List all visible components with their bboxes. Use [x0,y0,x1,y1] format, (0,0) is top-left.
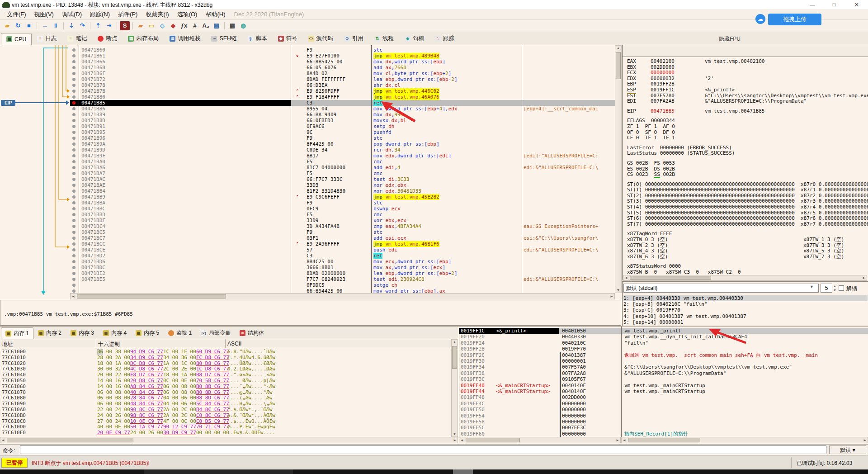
disasm-row[interactable]: 00471B8D66:0FBED3movsx dx,bl [70,118,615,123]
tab-引用[interactable]: ⊙引用 [339,33,369,45]
disasm-row[interactable]: 00471B868955 04mov dword ptr ss:[ebp+4],… [70,106,615,112]
breakpoint-dot[interactable] [72,60,75,63]
breakpoint-dot[interactable] [72,137,75,140]
label-icon[interactable]: ◇ [157,21,167,30]
breakpoint-dot[interactable] [72,78,75,81]
bottom-tab-4[interactable]: ▦内存 4 [99,327,131,339]
param-row[interactable]: 4: [esp+10] 00401387 vm test.vmp.0040138… [623,313,868,319]
breakpoint-dot[interactable] [72,207,75,210]
param-row[interactable]: 1: [esp+4] 00440330 vm test.vmp.00440330 [623,295,868,301]
stack-info-row[interactable]: vm test.vmp.__dyn_tls_init_callback+3CAF… [622,334,868,340]
breakpoint-dot[interactable] [72,201,75,204]
disasm-row[interactable]: 00471B80^E9 F184FFFFjmp vm test.vmp.46A0… [70,94,615,100]
stack-info-row[interactable] [622,346,868,352]
breakpoint-dot[interactable] [72,225,75,228]
breakpoint-dot[interactable] [72,66,75,69]
stack-info-row[interactable] [622,419,868,425]
disasm-row[interactable]: 00471B9DC0DE 34rcr dh,34 [70,147,615,153]
disasm-row[interactable]: 00471BCE57push ediedi:&"ALLUSERSPROFILE=… [70,247,615,253]
disasm-row[interactable]: 00471BAC66:F7C7 333Ctest di,3C33 [70,176,615,182]
breakpoint-dot[interactable] [72,237,75,240]
strings-icon[interactable]: A₂ [201,21,211,30]
tab-线程[interactable]: ⇅线程 [369,33,399,45]
breakpoint-dot[interactable] [72,54,75,57]
stack-info-row[interactable] [622,394,868,400]
disasm-hscrollbar[interactable]: ◄ ► [70,293,615,299]
stack-info-row[interactable] [622,407,868,412]
stack-info-row[interactable] [622,413,868,419]
disasm-row[interactable]: 00471BD2C3ret [70,253,615,259]
disasm-row[interactable]: 00471B61vE9 E27F0100jmp vm test.vmp.489B… [70,53,615,59]
breakpoint-dot[interactable] [72,72,75,75]
stack-info-row[interactable]: 指向SEH_Record[1]的指针 [622,431,868,437]
stack-info-row[interactable] [622,358,868,364]
disasm-vscrollbar[interactable]: ▲ ▼ [615,45,622,293]
step-over-icon[interactable]: ↷ [77,21,87,30]
breakpoint-dot[interactable] [72,84,75,87]
disasm-row[interactable]: 00471BAE33D3xor edx,ebx [70,182,615,188]
disasm-row[interactable]: 00471BCC^E9 2A96FFFFjmp vm test.vmp.46B1… [70,241,615,247]
menu-item-5[interactable]: 插件(P) [114,9,142,20]
disasm-row[interactable]: 00471BB9^E9 C9C6FEFFjmp vm test.vmp.45E2… [70,194,615,200]
disasm-row[interactable]: 00471BC703F1add esi,ecxesi:&"C:\\Users\\… [70,235,615,241]
stack-row[interactable]: 0019FF5000000000 [459,407,621,412]
breakpoint-dot[interactable] [72,242,75,246]
stack-row[interactable]: 0019FF38007FA2A8 [459,370,621,376]
disasm-row[interactable]: 00471B910F9AC6setp dh [70,123,615,129]
stack-info-row[interactable]: "fail\n" [622,340,868,346]
breakpoint-dot[interactable] [72,213,75,216]
bottom-tab-7[interactable]: [x]局部变量 [196,327,235,339]
breakpoint-dot[interactable] [72,248,75,251]
dump-row[interactable]: 77C610E020 0E C9 7724 00 26 0030 D9 C9 7… [0,430,450,436]
comment-icon[interactable]: ▭ [146,21,156,30]
disasm-row[interactable]: 00471BB481F2 331D4830xor edx,30481D33 [70,188,615,194]
breakpoint-dot[interactable] [72,219,75,222]
breakpoint-dot[interactable] [72,125,75,128]
disasm-row[interactable]: 00471BDC3666:8B01mov ax,word ptr ss:[ecx… [70,265,615,270]
disasm-row[interactable]: 00471BBF33D9xor ebx,ecx [70,218,615,223]
tab-源代码[interactable]: <>源代码 [303,33,339,45]
hide-fpu-button[interactable]: 隐藏FPU [719,35,741,43]
breakpoint-dot[interactable] [72,119,75,122]
drag-upload-button[interactable]: 拖拽上传 [768,14,821,25]
unlock-checkbox[interactable] [839,285,844,291]
breakpoint-dot[interactable] [72,266,75,269]
tab-笔记[interactable]: ≡笔记 [62,33,92,45]
maximize-button[interactable]: □ [824,0,844,9]
dump-row[interactable]: 77C6100036 00 38 0094 D9 C6 771C 00 1E 0… [0,349,450,355]
breakpoint-dot[interactable] [72,166,75,169]
breakpoint-dot[interactable] [72,284,75,287]
dump-row[interactable]: 77C610A022 00 24 0090 8C C6 772A 00 2C 0… [0,407,450,413]
disasm-row[interactable]: 00471BA0F5cmc [70,159,615,165]
stack-row[interactable]: 0019FF4C00000000 [459,401,621,407]
stack-info-row[interactable]: vm test.vmp._printf [622,328,868,334]
breakpoint-dot[interactable] [72,254,75,257]
minimize-button[interactable]: — [802,0,823,9]
tab-断点[interactable]: 断点 [92,33,123,45]
stack-info-row[interactable] [622,376,868,382]
disasm-row[interactable]: 00471BBAF9stc [70,200,615,206]
patch-icon[interactable]: ▰ [136,21,146,30]
bottom-tab-2[interactable]: ▦内存 2 [33,327,66,339]
disasm-row[interactable]: 00471BC43D A434FA4Bcmp eax,4BFA34A4eax:G… [70,223,615,229]
restart-icon[interactable]: ↻ [13,21,23,30]
stack-row[interactable]: 0019FF40 <&_mainCRTStartup>0040140F [459,383,621,389]
stack-row[interactable]: 0019FF5800000000 [459,419,621,425]
menu-item-6[interactable]: 收藏夹(I) [142,9,173,20]
breakpoint-dot[interactable] [72,148,75,152]
disasm-row[interactable]: 00471B7B^E9 8250FDFFjmp vm test.vmp.446C… [70,88,615,94]
registers-list[interactable]: EAX00402100vm test.vmp.00402100EBX002DD0… [627,59,868,275]
run-icon[interactable]: → [40,21,50,30]
tab-跟踪[interactable]: ∴跟踪 [429,33,460,45]
tab-日志[interactable]: ≡日志 [32,33,62,45]
calculator-icon[interactable]: ▦ [227,21,237,30]
combo-dropdown-arrow[interactable]: ▼ [810,284,814,289]
tab-符号[interactable]: ◆符号 [273,33,303,45]
menu-item-4[interactable]: 跟踪(N) [86,9,114,20]
param-count-stepper[interactable]: 5 [821,284,832,293]
stack-row[interactable]: 0019FF3C09105F67 [459,376,621,382]
register-line[interactable]: ST(7) 0000000000000000000000000000000000… [627,222,868,228]
disasm-row[interactable]: 00471B6F8A4D 02mov cl,byte ptr ss:[ebp+2… [70,71,615,76]
breakpoint-dot[interactable] [72,289,75,293]
breakpoint-dot[interactable] [72,278,75,281]
